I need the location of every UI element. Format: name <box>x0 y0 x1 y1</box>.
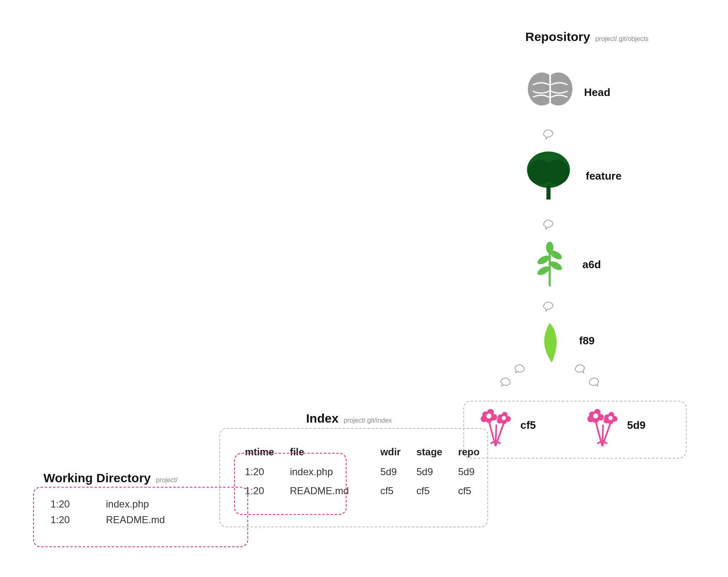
sprout-icon <box>531 242 568 287</box>
svg-point-17 <box>486 414 491 418</box>
repository-heading: Repository project/.git/objects <box>525 30 649 44</box>
index-cell: cf5 <box>373 482 408 500</box>
wdir-row: 1:20 index.php <box>50 498 231 510</box>
pointer-icon <box>496 372 516 394</box>
index-path: project/.git/index <box>344 417 392 424</box>
index-col-repo: repo <box>450 442 487 462</box>
index-col-wdir: wdir <box>373 442 408 462</box>
feature-branch-node <box>524 149 573 203</box>
index-col-stage: stage <box>409 442 450 462</box>
head-node <box>525 68 575 110</box>
working-directory-path: project/ <box>156 476 177 483</box>
wdir-row: 1:20 README.md <box>50 514 231 526</box>
svg-point-22 <box>497 418 503 423</box>
svg-point-16 <box>481 416 487 422</box>
repository-title: Repository <box>525 30 590 44</box>
svg-point-11 <box>546 242 553 253</box>
working-directory-heading: Working Directory project/ <box>43 471 177 485</box>
commit-label: a6d <box>582 258 601 271</box>
tree-node <box>535 321 564 367</box>
blob-left-label: cf5 <box>520 419 536 432</box>
feature-label: feature <box>586 170 622 183</box>
svg-rect-2 <box>549 73 551 105</box>
svg-point-35 <box>608 416 613 420</box>
svg-point-1 <box>544 72 572 106</box>
blob-node-right <box>582 405 623 450</box>
pointer-icon <box>542 215 556 234</box>
svg-point-34 <box>603 418 609 423</box>
pointer-icon <box>542 125 556 144</box>
wdir-file: index.php <box>106 498 149 510</box>
svg-point-29 <box>593 414 598 418</box>
working-directory-box: 1:20 index.php 1:20 README.md <box>33 487 248 547</box>
wdir-file: README.md <box>106 514 165 526</box>
head-label: Head <box>584 86 611 99</box>
index-cell: cf5 <box>450 482 487 500</box>
index-heading: Index project/.git/index <box>306 411 392 426</box>
pointer-icon <box>542 297 556 316</box>
working-directory-title: Working Directory <box>43 471 151 485</box>
svg-point-7 <box>536 264 551 277</box>
tree-dark-icon <box>524 149 573 203</box>
brain-icon <box>525 68 575 110</box>
repository-path: project/.git/objects <box>595 35 649 42</box>
svg-point-23 <box>502 416 506 420</box>
svg-point-9 <box>536 254 551 266</box>
index-cell: 5d9 <box>409 463 450 481</box>
svg-point-28 <box>587 416 594 422</box>
svg-point-5 <box>544 160 569 185</box>
flowers-icon <box>582 405 623 450</box>
index-cell: cf5 <box>409 482 450 500</box>
index-cell: 5d9 <box>373 463 408 481</box>
tree-label: f89 <box>579 334 595 347</box>
wdir-mtime: 1:20 <box>50 498 84 510</box>
svg-rect-6 <box>546 185 551 200</box>
index-title: Index <box>306 411 338 426</box>
index-cell: 5d9 <box>450 463 487 481</box>
blob-right-label: 5d9 <box>627 419 646 432</box>
leaf-icon <box>535 321 564 367</box>
commit-node <box>531 242 568 287</box>
index-mtime-file-highlight <box>234 453 347 515</box>
svg-point-8 <box>548 260 563 272</box>
pointer-icon <box>584 372 603 394</box>
wdir-mtime: 1:20 <box>50 514 84 526</box>
